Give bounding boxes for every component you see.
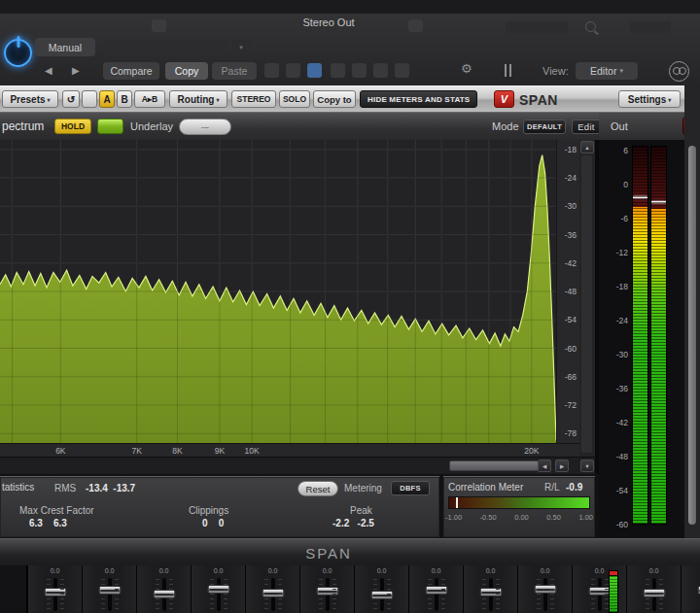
mode-selector[interactable]: DEFAULT <box>523 119 566 134</box>
plugin-name: SPAN <box>519 92 558 108</box>
fader-handle[interactable] <box>44 588 66 596</box>
channel-gain-value: 0.0 <box>518 567 572 574</box>
fader-track[interactable] <box>489 578 493 611</box>
fader-track[interactable] <box>543 578 547 611</box>
fader-handle[interactable] <box>479 588 502 596</box>
editor-tool-icon[interactable] <box>373 63 388 78</box>
mixer-channel-strip: 0.0 <box>136 565 191 613</box>
presets-button[interactable]: Presets ▾ <box>2 90 58 108</box>
link-icon[interactable] <box>669 61 689 82</box>
fader-track[interactable] <box>108 578 112 611</box>
gear-icon[interactable]: ⚙ <box>461 61 472 76</box>
search-icon[interactable] <box>585 21 596 32</box>
scroll-up-button[interactable]: ▲ <box>580 141 594 153</box>
settings-button[interactable]: Settings ▾ <box>618 90 681 108</box>
sliders-icon[interactable] <box>502 64 515 77</box>
stats-main-panel: tatistics RMS -13.4 -13.7 Reset Metering… <box>0 476 439 537</box>
freq-scale-label: 6K <box>50 446 71 456</box>
mixer-channel-strip: 0.0 <box>82 565 136 613</box>
meter-scale-label: -54 <box>601 486 628 495</box>
view-selector[interactable]: Editor ▾ <box>576 62 638 80</box>
db-scale-label: -66 <box>557 372 577 382</box>
vertical-scrollbar[interactable]: ▲ <box>579 140 595 457</box>
fader-handle[interactable] <box>643 589 665 597</box>
fader-track[interactable] <box>162 578 166 611</box>
metering-mode-button[interactable]: DBFS <box>391 481 430 495</box>
fader-handle[interactable] <box>98 586 121 595</box>
corr-scale-label: -0.50 <box>480 513 497 522</box>
dropdown-caret-icon[interactable]: ▾ <box>231 40 251 55</box>
fader-track[interactable] <box>380 578 384 611</box>
fader-handle[interactable] <box>262 589 284 597</box>
forward-button[interactable]: ▶ <box>72 65 80 76</box>
meter-scale-label: 0 <box>601 180 628 189</box>
fader-handle[interactable] <box>425 586 447 595</box>
fader-handle[interactable] <box>207 585 229 594</box>
scroll-down-button[interactable]: ▼ <box>580 460 594 472</box>
toolbar-tool-icon[interactable] <box>408 19 423 32</box>
channel-gain-value: 0.0 <box>300 567 354 574</box>
editor-tool-icon[interactable] <box>352 63 367 78</box>
hold-button[interactable]: HOLD <box>54 119 91 134</box>
presets-label: Presets <box>10 94 45 105</box>
editor-tool-icon[interactable] <box>331 63 345 78</box>
metering-label: Metering <box>344 483 382 494</box>
reset-button[interactable]: Reset <box>298 481 338 496</box>
bypass-mode-button[interactable]: Manual <box>35 38 95 56</box>
meter-bar-right[interactable] <box>650 146 667 525</box>
fader-track[interactable] <box>217 578 221 611</box>
fader-track[interactable] <box>652 578 656 611</box>
horizontal-scrollbar[interactable]: ◀ ▶ ▼ <box>0 457 595 474</box>
vertical-scroll-track[interactable] <box>581 155 592 453</box>
solo-button[interactable]: SOLO <box>279 90 310 108</box>
scroll-left-button[interactable]: ◀ <box>538 460 551 472</box>
db-scale: -18-24-30-36-42-48-54-60-66-72-78 <box>556 140 579 443</box>
editor-tool-icon[interactable] <box>286 63 300 78</box>
paste-label: Paste <box>222 65 248 77</box>
fader-track[interactable] <box>598 578 602 611</box>
fader-track[interactable] <box>271 578 275 611</box>
compare-button[interactable]: Compare <box>103 62 159 80</box>
window-scrollbar[interactable] <box>684 85 700 538</box>
fader-handle[interactable] <box>588 587 611 596</box>
fader-handle[interactable] <box>534 585 556 594</box>
editor-tool-icon-active[interactable] <box>307 63 322 78</box>
db-scale-label: -36 <box>557 230 577 240</box>
color-scheme-button[interactable] <box>82 90 97 108</box>
copy-button[interactable]: Copy <box>165 62 208 80</box>
fader-track[interactable] <box>53 578 57 611</box>
fader-track[interactable] <box>435 578 438 611</box>
spectrum-color-button[interactable] <box>97 119 123 134</box>
meter-bar-left[interactable] <box>632 146 648 525</box>
scroll-right-button[interactable]: ▶ <box>555 460 569 472</box>
fader-handle[interactable] <box>370 591 393 599</box>
fader-handle[interactable] <box>153 590 175 598</box>
toolbar-tool-icon[interactable] <box>152 19 166 32</box>
underlay-selector[interactable]: --- <box>179 119 231 135</box>
editor-tool-icon[interactable] <box>395 63 409 78</box>
window-scroll-thumb[interactable] <box>688 146 696 525</box>
power-button[interactable] <box>4 39 32 67</box>
caret-glyph: ▾ <box>239 44 243 51</box>
hide-meters-button[interactable]: HIDE METERS AND STATS <box>360 90 477 108</box>
editor-tool-icon[interactable] <box>264 63 279 78</box>
ab-copy-button[interactable]: A▸B <box>134 90 165 108</box>
stereo-button[interactable]: STEREO <box>231 90 276 108</box>
copy-to-button[interactable]: Copy to <box>313 90 356 108</box>
voxengo-logo: V <box>494 90 514 108</box>
undo-button[interactable]: ↺ <box>62 90 80 108</box>
paste-button[interactable]: Paste <box>212 62 257 80</box>
disabled-dropdown[interactable] <box>103 40 228 55</box>
back-button[interactable]: ◀ <box>45 65 52 76</box>
ab-slot-b-button[interactable]: B <box>117 90 132 108</box>
routing-button[interactable]: Routing ▾ <box>169 90 228 108</box>
ab-slot-a-button[interactable]: A <box>99 90 115 108</box>
library-button[interactable] <box>506 21 568 33</box>
header-button[interactable] <box>630 21 671 33</box>
spectrum-display[interactable] <box>0 140 556 443</box>
edit-button[interactable]: Edit <box>572 119 601 134</box>
fader-track[interactable] <box>326 578 330 611</box>
fader-handle[interactable] <box>316 587 338 596</box>
solo-label: SOLO <box>283 94 306 104</box>
horizontal-scroll-thumb[interactable] <box>449 460 539 471</box>
